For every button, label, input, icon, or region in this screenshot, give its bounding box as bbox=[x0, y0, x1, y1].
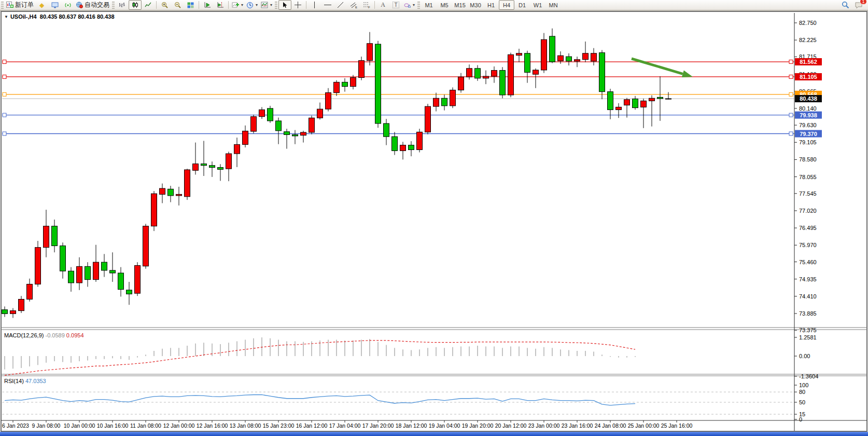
candle bbox=[583, 53, 589, 60]
rsi-indicator-label: RSI(14) 47.0353 bbox=[4, 378, 46, 384]
notification-badge: 1 bbox=[860, 0, 867, 5]
toolbar-grip[interactable] bbox=[275, 2, 277, 9]
line-handle[interactable] bbox=[789, 132, 793, 135]
chart-bars-button[interactable] bbox=[116, 0, 129, 10]
candle bbox=[508, 55, 514, 95]
time-tick-label: 17 Jan 20:00 bbox=[362, 423, 394, 429]
chart-line-button[interactable] bbox=[142, 0, 155, 10]
autotrading-label: 自动交易 bbox=[85, 1, 109, 9]
timeframe-m1[interactable]: M1 bbox=[421, 0, 437, 10]
candle bbox=[641, 101, 647, 107]
time-tick-label: 23 Jan 00:00 bbox=[528, 423, 560, 429]
candle bbox=[292, 134, 298, 136]
badge-price-text: 79.938 bbox=[800, 112, 817, 118]
timeframe-m5[interactable]: M5 bbox=[437, 0, 452, 10]
trendline-button[interactable] bbox=[334, 0, 347, 10]
line-handle[interactable] bbox=[789, 60, 793, 64]
chevron-down-icon: ▾ bbox=[270, 3, 272, 7]
candle bbox=[649, 98, 655, 101]
auto-scroll-icon bbox=[204, 2, 211, 8]
line-handle[interactable] bbox=[3, 113, 6, 117]
line-handle[interactable] bbox=[3, 92, 6, 96]
candle bbox=[633, 99, 638, 108]
signals-button[interactable] bbox=[61, 0, 74, 10]
svg-text:E: E bbox=[355, 6, 357, 9]
timeframe-m15[interactable]: M15 bbox=[452, 0, 468, 10]
candle bbox=[27, 284, 33, 299]
chart-shift-button[interactable] bbox=[214, 0, 227, 10]
templates-button[interactable]: ▾ bbox=[259, 0, 274, 10]
timeframe-w1[interactable]: W1 bbox=[530, 0, 545, 10]
svg-text:F: F bbox=[368, 6, 370, 9]
chart-title[interactable]: ▼USOil-,H4 80.435 80.637 80.416 80.438 bbox=[4, 13, 115, 20]
auto-scroll-button[interactable] bbox=[201, 0, 214, 10]
candle bbox=[93, 262, 99, 279]
line-handle[interactable] bbox=[789, 113, 793, 117]
chart-window[interactable]: 82.75082.22581.71581.19080.66580.14079.6… bbox=[0, 0, 868, 436]
diamond-icon: ◆ bbox=[39, 2, 44, 9]
rsi-value: 47.0353 bbox=[25, 378, 46, 384]
time-tick-label: 20 Jan 12:00 bbox=[495, 423, 527, 429]
line-handle[interactable] bbox=[3, 132, 6, 135]
indicators-button[interactable]: ▾ bbox=[230, 0, 245, 10]
toolbar-grip[interactable] bbox=[417, 2, 420, 9]
candle bbox=[151, 194, 157, 226]
chart-candles-button[interactable] bbox=[129, 0, 142, 10]
macd-signal-value: 0.0954 bbox=[66, 332, 84, 338]
candle bbox=[566, 57, 572, 61]
toolbar-grip[interactable] bbox=[112, 2, 115, 9]
autotrading-button[interactable]: 自动交易 bbox=[74, 0, 111, 10]
badge-price-text: 81.562 bbox=[800, 59, 817, 65]
vertical-line-icon bbox=[312, 2, 317, 8]
line-handle[interactable] bbox=[3, 60, 6, 64]
tile-windows-icon bbox=[187, 2, 194, 8]
timeframe-mn[interactable]: MN bbox=[545, 0, 561, 10]
timeframe-h1[interactable]: H1 bbox=[483, 0, 499, 10]
search-button[interactable] bbox=[839, 0, 852, 10]
text-tool-button[interactable]: A bbox=[376, 0, 389, 10]
new-order-icon bbox=[6, 2, 13, 8]
horizontal-line-button[interactable] bbox=[321, 0, 334, 10]
notifications-button[interactable]: 1 bbox=[852, 0, 865, 10]
line-handle[interactable] bbox=[789, 92, 793, 96]
line-handle[interactable] bbox=[789, 75, 793, 78]
price-tick-label: 77.020 bbox=[799, 208, 817, 214]
channel-button[interactable]: E bbox=[347, 0, 360, 10]
candle bbox=[309, 118, 315, 132]
cursor-button[interactable] bbox=[278, 0, 291, 10]
timeframe-group: M1M5M15M30H1H4D1W1MN bbox=[421, 0, 561, 10]
toolbar-grip[interactable] bbox=[1, 2, 4, 9]
timeframe-m30[interactable]: M30 bbox=[468, 0, 483, 10]
line-chart-icon bbox=[145, 2, 151, 8]
time-tick-label: 19 Jan 04:00 bbox=[429, 423, 460, 429]
macd-indicator-label: MACD(12,26,9) -0.0589 0.0954 bbox=[4, 332, 84, 338]
shapes-button[interactable]: ▾ bbox=[402, 0, 416, 10]
tile-windows-button[interactable] bbox=[184, 0, 197, 10]
timeframe-h4[interactable]: H4 bbox=[499, 0, 514, 10]
crosshair-button[interactable] bbox=[291, 0, 304, 10]
candle bbox=[599, 52, 605, 91]
candle bbox=[317, 109, 323, 118]
candle bbox=[417, 132, 423, 149]
zoom-out-button[interactable] bbox=[171, 0, 184, 10]
candle bbox=[533, 70, 539, 74]
timeframe-d1[interactable]: D1 bbox=[514, 0, 530, 10]
terminal-button[interactable] bbox=[48, 0, 61, 10]
line-handle[interactable] bbox=[3, 75, 6, 78]
periods-button[interactable]: ▾ bbox=[245, 0, 259, 10]
text-label-button[interactable]: T bbox=[389, 0, 402, 10]
zoom-in-button[interactable] bbox=[158, 0, 171, 10]
market-watch-button[interactable]: ◆ bbox=[35, 0, 48, 10]
new-order-button[interactable]: 新订单 bbox=[5, 0, 35, 10]
candle bbox=[251, 117, 257, 131]
chevron-down-icon: ▾ bbox=[256, 3, 258, 7]
time-tick-label: 12 Jan 00:00 bbox=[163, 423, 195, 429]
vertical-line-button[interactable] bbox=[308, 0, 321, 10]
price-tick-label: 77.545 bbox=[799, 190, 817, 197]
candle bbox=[35, 248, 41, 284]
fibonacci-button[interactable]: F bbox=[360, 0, 373, 10]
candle bbox=[467, 69, 472, 77]
new-order-label: 新订单 bbox=[15, 1, 34, 9]
candle bbox=[19, 299, 24, 311]
macd-axis-label: 0.00 bbox=[799, 353, 810, 359]
